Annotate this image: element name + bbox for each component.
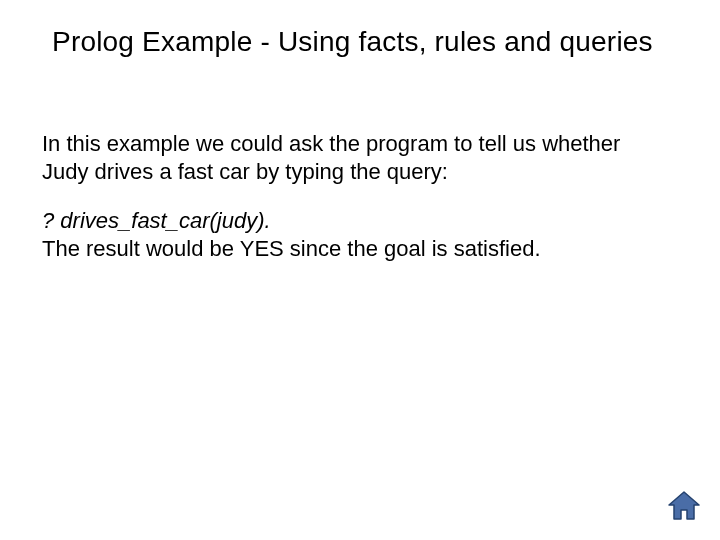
slide-title: Prolog Example - Using facts, rules and …	[52, 26, 680, 58]
svg-marker-0	[669, 492, 699, 519]
query-block: ? drives_fast_car(judy). The result woul…	[42, 207, 660, 262]
intro-paragraph: In this example we could ask the program…	[42, 130, 660, 185]
query-text: ? drives_fast_car(judy).	[42, 207, 660, 235]
slide-body: In this example we could ask the program…	[42, 130, 660, 262]
home-button[interactable]	[666, 490, 702, 522]
result-text: The result would be YES since the goal i…	[42, 235, 660, 263]
slide: Prolog Example - Using facts, rules and …	[0, 0, 720, 540]
home-icon	[666, 490, 702, 522]
